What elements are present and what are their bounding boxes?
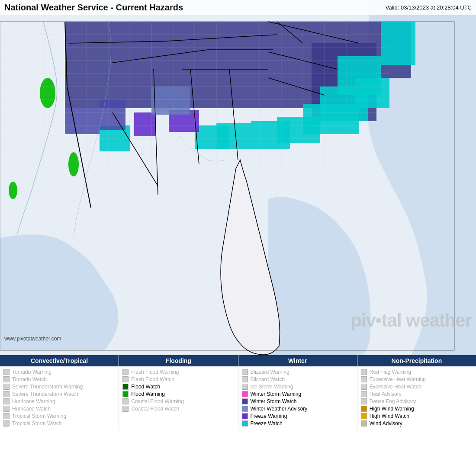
legend-item-3-3: Heat Advisory xyxy=(361,391,473,397)
legend-label-0-0: Tornado Warning xyxy=(12,369,51,375)
legend-label-0-7: Tropical Storm Watch xyxy=(12,420,61,427)
legend-swatch-2-2 xyxy=(242,384,248,390)
legend-label-0-3: Severe Thunderstorm Watch xyxy=(12,391,78,397)
legend-swatch-0-5 xyxy=(3,406,10,412)
legend-swatch-2-6 xyxy=(242,413,248,419)
legend-label-3-1: Excessive Heat Warning xyxy=(370,376,426,382)
legend-swatch-3-2 xyxy=(361,384,367,390)
legend-item-3-2: Excessive Heat Watch xyxy=(361,384,473,390)
legend-item-1-1: Flash Flood Watch xyxy=(122,376,234,382)
legend-swatch-2-1 xyxy=(242,376,248,382)
legend-item-3-4: Dense Fog Advisory xyxy=(361,398,473,404)
legend-label-0-6: Tropical Storm Warning xyxy=(12,413,66,419)
legend-label-2-5: Winter Weather Advisory xyxy=(251,406,308,412)
svg-point-19 xyxy=(40,78,55,108)
legend-label-1-4: Coastal Flood Warning xyxy=(131,398,184,404)
legend-body: Tornado WarningTornado WatchSevere Thund… xyxy=(0,366,476,430)
website-url: www.pivotalweather.com xyxy=(4,336,61,342)
legend-swatch-2-7 xyxy=(242,420,248,427)
legend-swatch-3-5 xyxy=(361,406,367,412)
svg-rect-14 xyxy=(65,108,100,134)
legend-label-0-4: Hurricane Warning xyxy=(12,398,55,404)
legend-swatch-2-0 xyxy=(242,369,248,375)
legend-item-1-2: Flood Watch xyxy=(122,384,234,390)
legend-item-2-4: Winter Storm Watch xyxy=(242,398,354,404)
legend-swatch-3-3 xyxy=(361,391,367,397)
legend-label-2-7: Freeze Watch xyxy=(251,420,283,427)
legend-swatch-0-7 xyxy=(3,420,10,427)
legend-swatch-3-0 xyxy=(361,369,367,375)
legend-swatch-3-7 xyxy=(361,420,367,427)
valid-time: Valid: 03/13/2023 at 20:28:04 UTC xyxy=(386,4,472,11)
svg-rect-18 xyxy=(151,87,190,115)
legend-swatch-0-6 xyxy=(3,413,10,419)
legend-item-2-3: Winter Storm Warning xyxy=(242,391,354,397)
legend-swatch-1-5 xyxy=(122,406,129,412)
legend-swatch-0-3 xyxy=(3,391,10,397)
legend-swatch-2-5 xyxy=(242,406,248,412)
svg-rect-9 xyxy=(251,121,290,149)
legend-label-1-1: Flash Flood Watch xyxy=(131,376,174,382)
map-container: National Weather Service - Current Hazar… xyxy=(0,0,476,355)
legend-item-2-2: Ice Storm Warning xyxy=(242,384,354,390)
legend-item-1-5: Coastal Flood Watch xyxy=(122,406,234,412)
legend-item-3-7: Wind Advisory xyxy=(361,420,473,427)
legend-swatch-2-4 xyxy=(242,398,248,404)
legend-label-3-7: Wind Advisory xyxy=(370,420,402,427)
legend-swatch-1-0 xyxy=(122,369,129,375)
legend-swatch-0-0 xyxy=(3,369,10,375)
legend-swatch-1-4 xyxy=(122,398,129,404)
legend-swatch-0-1 xyxy=(3,376,10,382)
legend: Convective/TropicalFloodingWinterNon-Pre… xyxy=(0,355,476,430)
legend-header-0: Convective/Tropical xyxy=(0,355,119,366)
svg-rect-15 xyxy=(100,99,125,130)
legend-item-1-3: Flood Warning xyxy=(122,391,234,397)
legend-item-3-0: Red Flag Warning xyxy=(361,369,473,375)
legend-label-3-3: Heat Advisory xyxy=(370,391,402,397)
legend-label-2-3: Winter Storm Warning xyxy=(251,391,302,397)
legend-header-2: Winter xyxy=(238,355,357,366)
legend-label-1-3: Flood Warning xyxy=(131,391,165,397)
legend-col-0: Tornado WarningTornado WatchSevere Thund… xyxy=(0,366,119,430)
legend-header: Convective/TropicalFloodingWinterNon-Pre… xyxy=(0,355,476,366)
legend-label-3-6: High Wind Watch xyxy=(370,413,409,419)
legend-header-1: Flooding xyxy=(119,355,238,366)
legend-swatch-2-3 xyxy=(242,391,248,397)
header-bar: National Weather Service - Current Hazar… xyxy=(0,0,476,15)
legend-label-3-5: High Wind Warning xyxy=(370,406,414,412)
legend-item-3-5: High Wind Warning xyxy=(361,406,473,412)
legend-item-3-1: Excessive Heat Warning xyxy=(361,376,473,382)
legend-swatch-3-1 xyxy=(361,376,367,382)
legend-item-2-0: Blizzard Warning xyxy=(242,369,354,375)
legend-swatch-3-4 xyxy=(361,398,367,404)
legend-label-3-4: Dense Fog Advisory xyxy=(370,398,416,404)
svg-point-21 xyxy=(9,182,17,199)
legend-item-3-6: High Wind Watch xyxy=(361,413,473,419)
legend-col-1: Flash Flood WarningFlash Flood WatchFloo… xyxy=(119,366,238,430)
legend-col-3: Red Flag WarningExcessive Heat WarningEx… xyxy=(357,366,476,430)
svg-rect-16 xyxy=(134,112,156,136)
legend-swatch-0-4 xyxy=(3,398,10,404)
legend-label-1-0: Flash Flood Warning xyxy=(131,369,179,375)
legend-col-2: Blizzard WarningBlizzard WatchIce Storm … xyxy=(238,366,357,430)
legend-item-0-2: Severe Thunderstorm Warning xyxy=(3,384,115,390)
legend-label-1-2: Flood Watch xyxy=(131,384,160,390)
legend-label-3-2: Excessive Heat Watch xyxy=(370,384,421,390)
legend-item-2-1: Blizzard Watch xyxy=(242,376,354,382)
legend-label-0-5: Hurricane Watch xyxy=(12,406,51,412)
legend-swatch-3-6 xyxy=(361,413,367,419)
svg-rect-13 xyxy=(381,22,415,65)
legend-label-3-0: Red Flag Warning xyxy=(370,369,411,375)
legend-label-0-2: Severe Thunderstorm Warning xyxy=(12,384,83,390)
legend-header-3: Non-Precipitation xyxy=(357,355,476,366)
legend-label-0-1: Tornado Watch xyxy=(12,376,47,382)
legend-item-1-0: Flash Flood Warning xyxy=(122,369,234,375)
legend-label-2-4: Winter Storm Watch xyxy=(251,398,297,404)
legend-item-1-4: Coastal Flood Warning xyxy=(122,398,234,404)
legend-swatch-1-2 xyxy=(122,384,129,390)
legend-item-2-5: Winter Weather Advisory xyxy=(242,406,354,412)
legend-item-0-5: Hurricane Watch xyxy=(3,406,115,412)
svg-rect-11 xyxy=(195,125,229,149)
legend-label-2-0: Blizzard Warning xyxy=(251,369,289,375)
legend-item-2-7: Freeze Watch xyxy=(242,420,354,427)
